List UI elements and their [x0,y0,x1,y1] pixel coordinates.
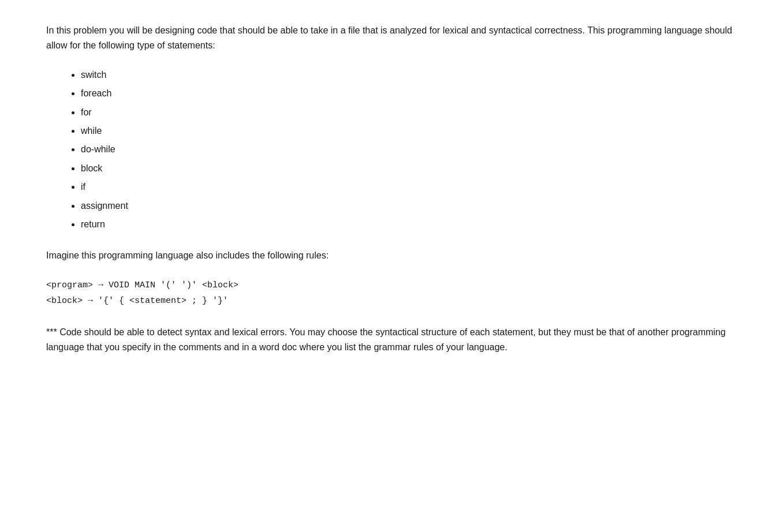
list-item: foreach [81,86,737,101]
rules-block: <program> → VOID MAIN '(' ')' <block> <b… [46,278,737,309]
imagine-paragraph: Imagine this programming language also i… [46,248,737,263]
list-item: while [81,123,737,138]
rule-line-2: <block> → '{' { <statement> ; } '}' [46,293,737,309]
intro-paragraph: In this problem you will be designing co… [46,23,737,54]
statements-list: switch foreach for while do-while block … [81,68,737,233]
list-item: if [81,179,737,194]
list-item: do-while [81,142,737,157]
list-item: return [81,217,737,232]
list-item: switch [81,68,737,83]
warning-paragraph: *** Code should be able to detect syntax… [46,325,737,355]
list-item: assignment [81,198,737,213]
rule-line-1: <program> → VOID MAIN '(' ')' <block> [46,278,737,293]
list-item: block [81,161,737,176]
list-item: for [81,105,737,120]
